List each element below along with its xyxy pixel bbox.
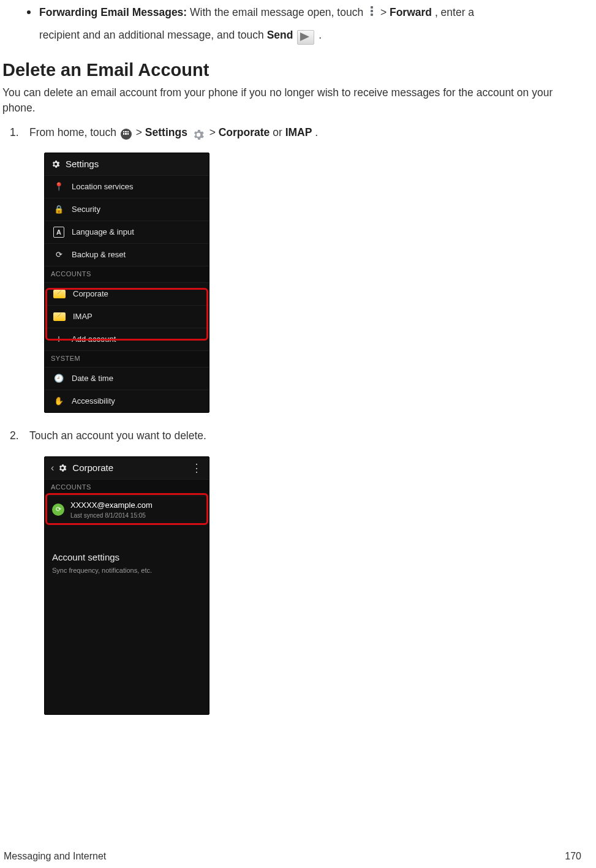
row-backup-reset[interactable]: ⟳ Backup & reset — [45, 243, 209, 266]
plus-icon: + — [53, 334, 64, 345]
header-gear-icon — [51, 159, 61, 169]
row-security[interactable]: 🔒 Security — [45, 198, 209, 221]
row-label: Date & time — [72, 373, 113, 385]
row-label: Location services — [72, 181, 133, 193]
location-icon: 📍 — [53, 181, 64, 193]
row-label: Security — [72, 204, 100, 216]
overflow-icon — [368, 5, 376, 18]
settings-gear-icon — [192, 128, 205, 142]
footer-left: Messaging and Internet — [4, 849, 106, 863]
bullet-list: Forwarding Email Messages: With the emai… — [27, 5, 585, 20]
hand-icon: ✋ — [53, 396, 64, 407]
page-footer: Messaging and Internet 170 — [4, 849, 581, 863]
mail-icon — [53, 290, 66, 298]
section-paragraph: You can delete an email account from you… — [2, 85, 585, 116]
back-icon[interactable]: ‹ — [51, 461, 54, 475]
row-label: IMAP — [73, 311, 92, 323]
account-settings-row[interactable]: Account settings Sync frequency, notific… — [45, 542, 209, 584]
step-2: 2. Touch an account you want to delete. — [10, 428, 585, 443]
account-email: XXXXX@example.com — [70, 500, 153, 511]
bullet-text-1c: , enter a — [435, 6, 474, 18]
row-label: Backup & reset — [72, 249, 126, 261]
mail-icon — [53, 312, 66, 321]
row-accessibility[interactable]: ✋ Accessibility — [45, 390, 209, 412]
lock-icon: 🔒 — [53, 204, 64, 216]
clock-icon: 🕘 — [53, 373, 64, 385]
row-corporate[interactable]: Corporate — [45, 282, 209, 305]
step-1-number: 1. — [10, 125, 29, 140]
account-row[interactable]: ⟳ XXXXX@example.com Last synced 8/1/2014… — [45, 496, 209, 524]
bullet-text-1b: > — [380, 6, 390, 18]
bullet-line2: recipient and an additional message, and… — [39, 28, 585, 43]
refresh-icon: ⟳ — [53, 249, 64, 261]
step2-text: Touch an account you want to delete. — [29, 429, 206, 442]
row-label: Add account — [72, 334, 116, 345]
row-imap[interactable]: IMAP — [45, 305, 209, 328]
row-language-input[interactable]: A Language & input — [45, 221, 209, 243]
accounts-section-label: ACCOUNTS — [45, 479, 209, 496]
row-label: Language & input — [72, 227, 134, 238]
step1-corporate: Corporate — [219, 126, 270, 138]
send-icon — [297, 30, 314, 45]
phone-screenshot-corporate: ‹ Corporate ⋮ ACCOUNTS ⟳ XXXXX@example.c… — [44, 456, 209, 715]
overflow-menu-icon[interactable]: ⋮ — [191, 460, 203, 476]
step1-settings: Settings — [145, 126, 187, 138]
bullet-text-1a: With the email message open, touch — [190, 6, 366, 18]
accounts-section-label: ACCOUNTS — [45, 266, 209, 282]
sync-status-icon: ⟳ — [52, 504, 64, 516]
bullet-item-forwarding: Forwarding Email Messages: With the emai… — [27, 5, 585, 20]
section-title: Delete an Email Account — [2, 57, 585, 83]
phone1-header-title: Settings — [66, 157, 203, 171]
bullet-send: Send — [267, 29, 293, 41]
step1-b: > — [136, 126, 145, 138]
bullet-title: Forwarding Email Messages: — [39, 6, 187, 18]
account-settings-title: Account settings — [52, 551, 202, 564]
step1-imap: IMAP — [285, 126, 312, 138]
row-label: Accessibility — [72, 396, 115, 407]
bullet-forward: Forward — [390, 6, 432, 18]
step-2-number: 2. — [10, 428, 29, 443]
system-section-label: SYSTEM — [45, 350, 209, 367]
bullet-dot-icon — [27, 10, 31, 14]
row-date-time[interactable]: 🕘 Date & time — [45, 367, 209, 390]
row-label: Corporate — [73, 289, 108, 300]
phone2-header-title: Corporate — [72, 461, 191, 475]
account-settings-sub: Sync frequency, notifications, etc. — [52, 566, 202, 576]
step1-a: From home, touch — [29, 126, 119, 138]
account-last-synced: Last synced 8/1/2014 15:05 — [70, 511, 153, 521]
apps-icon — [121, 129, 132, 140]
row-location-services[interactable]: 📍 Location services — [45, 175, 209, 198]
step1-period: . — [315, 126, 318, 138]
keyboard-a-icon: A — [53, 227, 64, 238]
step1-d: > — [209, 126, 219, 138]
header-gear-icon — [58, 463, 67, 473]
step1-or: or — [273, 126, 285, 138]
bullet-period: . — [319, 29, 322, 41]
row-add-account[interactable]: + Add account — [45, 328, 209, 350]
bullet-text-2a: recipient and an additional message, and… — [39, 29, 267, 41]
footer-page-number: 170 — [565, 849, 581, 863]
step-1: 1. From home, touch > Settings > Corpora… — [10, 125, 585, 140]
phone-screenshot-settings: Settings 📍 Location services 🔒 Security … — [44, 153, 209, 413]
